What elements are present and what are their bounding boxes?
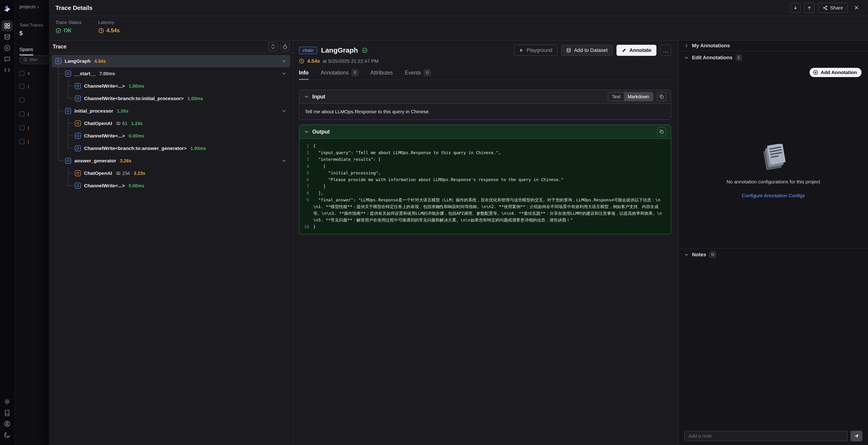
input-card-header[interactable]: Input Text Markdown	[299, 90, 671, 104]
copy-input-button[interactable]	[657, 92, 666, 101]
profile-person-icon[interactable]	[2, 418, 13, 429]
output-card: Output 1{ 2 "input_query": "Tell me abou…	[299, 125, 671, 234]
code-line: 2 "input_query": "Tell me about LLMOps.R…	[299, 149, 671, 156]
prompts-chat-icon[interactable]	[2, 54, 13, 65]
span-row-start[interactable]: __start__ 7.00ms	[52, 67, 290, 80]
apis-code-icon[interactable]	[2, 65, 13, 76]
empty-state-message: No annotation configurations for this pr…	[726, 179, 820, 184]
app-logo-icon[interactable]	[3, 4, 12, 12]
output-card-header[interactable]: Output	[299, 125, 671, 139]
tab-label: Annotations	[320, 70, 348, 76]
span-row-channelwrite[interactable]: ChannelWrite<...> 0.00ms	[52, 179, 290, 192]
chevron-down-icon[interactable]	[282, 59, 286, 63]
span-row-channelwrite-branch[interactable]: ChannelWrite<branch:to:answer_generator>…	[52, 142, 290, 155]
status-ok-icon	[362, 47, 368, 53]
send-note-button[interactable]	[850, 431, 863, 441]
span-row-channelwrite[interactable]: ChannelWrite<...> 1.00ms	[52, 80, 290, 92]
tab-label: Attributes	[370, 70, 393, 76]
tab-annotations[interactable]: Annotations0	[320, 69, 358, 80]
code-text: "intermediate_results": [	[313, 156, 671, 163]
span-row-answer-generator[interactable]: answer_generator 3.26s	[52, 155, 290, 167]
tab-spans[interactable]: Spans	[20, 46, 33, 55]
edit-annotations-label: Edit Annotations	[692, 55, 733, 61]
datasets-icon[interactable]	[2, 31, 13, 42]
timing-view-button[interactable]	[280, 42, 290, 51]
theme-moon-icon[interactable]	[2, 429, 13, 440]
row-checkbox[interactable]	[20, 125, 25, 130]
configure-annotation-configs-link[interactable]: Configure Annotation Configs	[742, 193, 805, 198]
span-row-channelwrite-branch[interactable]: ChannelWrite<branch:to:initial_processor…	[52, 92, 290, 105]
tab-events[interactable]: Events0	[405, 69, 431, 80]
next-trace-button[interactable]	[790, 3, 801, 13]
span-kind-badge: chain	[299, 46, 317, 54]
spans-filter-input[interactable]: filter	[20, 55, 49, 64]
mode-markdown-option[interactable]: Markdown	[624, 93, 653, 101]
row-checkbox[interactable]	[20, 84, 25, 89]
row-checkbox[interactable]	[20, 139, 25, 144]
playground-label: Playground	[527, 47, 552, 53]
chevron-down-icon[interactable]	[282, 109, 286, 113]
span-latency: 0.00ms	[129, 133, 144, 139]
playground-icon[interactable]	[2, 42, 13, 54]
notes-header[interactable]: Notes N	[679, 249, 868, 261]
table-row[interactable]: (	[20, 79, 49, 93]
span-row-langgraph[interactable]: LangGraph 4.54s	[52, 55, 290, 67]
projects-grid-icon[interactable]	[2, 20, 13, 31]
table-row[interactable]: (	[20, 135, 49, 148]
code-text: }	[313, 223, 671, 230]
span-row-chatopenai-1[interactable]: ChatOpenAI 51 1.24s	[52, 117, 290, 130]
more-options-button[interactable]: …	[660, 45, 671, 56]
copy-output-button[interactable]	[657, 127, 666, 136]
share-button[interactable]: Share	[818, 3, 848, 13]
chevron-down-icon	[684, 252, 689, 257]
breadcrumb[interactable]: projects ›	[20, 4, 39, 9]
span-label: ChatOpenAI	[84, 170, 112, 176]
app-root: projects › Total Traces 5 Spans filter s…	[0, 0, 868, 445]
settings-gear-icon[interactable]	[2, 396, 13, 407]
row-checkbox[interactable]	[20, 98, 25, 103]
close-button[interactable]: ✕	[851, 3, 862, 13]
select-all-checkbox[interactable]	[20, 71, 25, 76]
playground-button[interactable]: Playground	[514, 45, 557, 56]
span-row-initial-processor[interactable]: initial_processor 1.26s	[52, 105, 290, 117]
token-count: 234	[122, 171, 130, 176]
code-line: 3 "intermediate_results": [	[299, 156, 671, 163]
table-row[interactable]: (	[20, 107, 49, 121]
chevron-down-icon[interactable]	[282, 71, 286, 76]
table-row[interactable]	[20, 93, 49, 107]
breadcrumb-projects[interactable]: projects	[20, 4, 36, 9]
my-annotations-header[interactable]: My Annotations	[679, 41, 868, 51]
chevron-down-icon[interactable]	[304, 94, 309, 99]
mode-text-option[interactable]: Text	[608, 93, 624, 101]
annotate-button[interactable]: Annotate	[617, 45, 656, 56]
table-row[interactable]: (	[20, 121, 49, 135]
span-row-chatopenai-2[interactable]: ChatOpenAI 234 3.23s	[52, 167, 290, 179]
span-row-channelwrite[interactable]: ChannelWrite<...> 0.00ms	[52, 130, 290, 142]
span-latency: 4.54s	[94, 59, 106, 64]
row-checkbox[interactable]	[20, 111, 25, 116]
note-input[interactable]	[684, 431, 848, 441]
span-latency: 7.00ms	[99, 71, 115, 76]
row-fragment: (	[28, 139, 29, 144]
add-annotation-button[interactable]: Add Annotation	[810, 68, 862, 77]
span-meta-row: 4.54s at 5/25/2025 21:22:47 PM	[299, 58, 671, 64]
expand-collapse-button[interactable]	[269, 42, 278, 51]
ellipsis-icon: …	[663, 47, 669, 54]
span-label: __start__	[74, 71, 96, 76]
chevron-down-icon[interactable]	[282, 159, 286, 163]
chevron-down-icon[interactable]	[304, 129, 309, 134]
line-number: 10	[299, 223, 313, 230]
annotations-sidebar: My Annotations Edit Annotations E Add An…	[678, 41, 868, 445]
tab-info[interactable]: Info	[299, 69, 309, 80]
documents-illustration-icon	[757, 144, 789, 173]
docs-book-icon[interactable]	[2, 407, 13, 418]
token-count-icon	[116, 171, 121, 176]
span-latency-value: 4.54s	[307, 58, 320, 64]
trace-details-header: Trace Details Share ✕	[49, 0, 868, 16]
span-latency: 1.00ms	[190, 146, 206, 151]
previous-trace-button[interactable]	[804, 3, 814, 13]
tab-attributes[interactable]: Attributes	[370, 69, 393, 80]
add-to-dataset-button[interactable]: Add to Dataset	[561, 45, 613, 56]
span-tree-header: Trace	[49, 41, 293, 53]
edit-annotations-header[interactable]: Edit Annotations E	[679, 51, 868, 64]
